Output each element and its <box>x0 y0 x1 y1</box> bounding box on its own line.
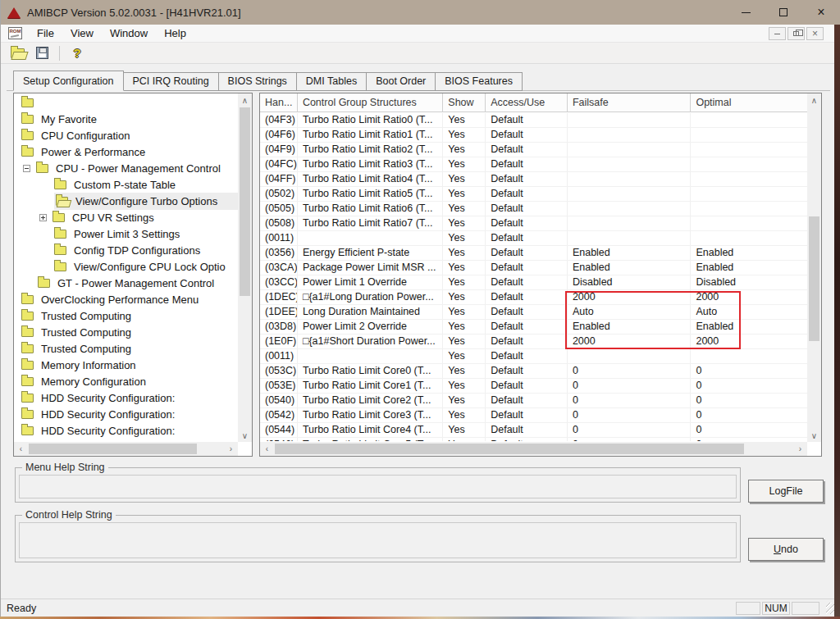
table-row[interactable]: (04F9)Turbo Ratio Limit Ratio2 (T...YesD… <box>260 143 807 157</box>
tree-item-my-favorite[interactable]: My Favorite <box>14 111 238 127</box>
column-header-optimal[interactable]: Optimal <box>691 93 807 112</box>
tree-item-trusted-computing-1[interactable]: Trusted Computing <box>14 307 238 324</box>
table-hscroll-thumb[interactable] <box>275 444 744 454</box>
tree-item-hdd-security-2[interactable]: HDD Security Configuration: <box>14 406 238 422</box>
table-row[interactable]: (04F3)Turbo Ratio Limit Ratio0 (T...YesD… <box>260 113 807 128</box>
tab-setup-configuration[interactable]: Setup Configuration <box>13 71 124 91</box>
save-file-button[interactable] <box>33 45 51 61</box>
cell-access: Default <box>486 187 568 201</box>
tree-vertical-scrollbar[interactable]: ∧ ∨ <box>238 93 252 442</box>
menu-file[interactable]: File <box>29 25 62 41</box>
tree-item-hdd-security-3[interactable]: HDD Security Configuration: <box>14 422 238 439</box>
table-row[interactable]: (03CC)Power Limit 1 OverrideYesDefaultDi… <box>260 275 807 290</box>
tree-vscroll-thumb[interactable] <box>240 107 250 296</box>
cell-access: Default <box>486 246 568 260</box>
folder-icon <box>21 115 34 124</box>
menu-window[interactable]: Window <box>102 25 156 41</box>
save-floppy-icon <box>36 47 48 59</box>
table-row[interactable]: (0540)Turbo Ratio Limit Core2 (T...YesDe… <box>260 394 807 408</box>
table-row[interactable]: (0011)YesDefault <box>260 231 807 246</box>
tree-item-gt-power-management[interactable]: GT - Power Management Control <box>14 275 238 291</box>
tree-item-cpu-power-management[interactable]: CPU - Power Management Control <box>14 160 238 176</box>
table-header: Han... Control Group Structures Show Acc… <box>260 93 807 112</box>
folder-icon <box>21 377 34 386</box>
table-row[interactable]: (04FF)Turbo Ratio Limit Ratio4 (T...YesD… <box>260 172 807 187</box>
folder-icon <box>54 230 66 239</box>
table-row[interactable]: (0544)Turbo Ratio Limit Core4 (T...YesDe… <box>260 423 807 438</box>
tab-pci-irq-routing[interactable]: PCI IRQ Routing <box>124 72 219 91</box>
table-row[interactable]: (04F6)Turbo Ratio Limit Ratio1 (T...YesD… <box>260 128 807 143</box>
table-row[interactable]: (0546)Turbo Ratio Limit Core5 (T...YesDe… <box>260 438 807 441</box>
table-vscroll-thumb[interactable] <box>809 216 819 341</box>
open-file-button[interactable] <box>8 45 26 61</box>
table-row[interactable]: (1DEE)Long Duration MaintainedYesDefault… <box>260 305 807 320</box>
tree-item-custom-pstate-table[interactable]: Custom P-state Table <box>14 176 238 193</box>
scroll-down-icon[interactable]: ∨ <box>807 429 821 442</box>
tab-dmi-tables[interactable]: DMI Tables <box>297 72 367 91</box>
scroll-right-icon[interactable]: › <box>793 442 807 456</box>
minimize-button[interactable] <box>727 0 765 25</box>
close-button[interactable]: × <box>802 0 840 25</box>
table-row[interactable]: (0502)Turbo Ratio Limit Ratio5 (T...YesD… <box>260 187 807 202</box>
mdi-close-button[interactable]: × <box>806 27 824 40</box>
tree-item-config-tdp-configurations[interactable]: Config TDP Configurations <box>14 242 238 258</box>
tree-item-memory-configuration[interactable]: Memory Configuration <box>14 373 238 389</box>
column-header-handle[interactable]: Han... <box>260 93 298 112</box>
tree-item-trusted-computing-2[interactable]: Trusted Computing <box>14 324 238 340</box>
logfile-button[interactable]: LogFile <box>748 480 824 503</box>
expander-minus-icon[interactable] <box>23 165 30 172</box>
undo-button[interactable]: Undo <box>748 538 824 561</box>
cell-handle: (0508) <box>260 216 298 230</box>
tree-item-power-limit-3-settings[interactable]: Power Limit 3 Settings <box>14 225 238 242</box>
column-header-control-group[interactable]: Control Group Structures <box>298 93 443 112</box>
table-row[interactable]: (053C)Turbo Ratio Limit Core0 (T...YesDe… <box>260 364 807 379</box>
tab-bios-features[interactable]: BIOS Features <box>436 72 523 91</box>
table-row[interactable]: (0011)YesDefault <box>260 349 807 364</box>
table-row[interactable]: (03D8)Power Limit 2 OverrideYesDefaultEn… <box>260 320 807 335</box>
tree-horizontal-scrollbar[interactable]: ‹ › <box>14 442 238 456</box>
scroll-left-icon[interactable]: ‹ <box>260 442 274 456</box>
tree-item-cpu-vr-settings[interactable]: CPU VR Settings <box>14 209 238 225</box>
menu-view[interactable]: View <box>62 25 102 41</box>
tree-item-memory-information[interactable]: Memory Information <box>14 357 238 373</box>
tree-item-root[interactable] <box>14 94 238 111</box>
menu-help[interactable]: Help <box>156 25 194 41</box>
mdi-restore-button[interactable] <box>788 27 805 40</box>
table-row[interactable]: (0542)Turbo Ratio Limit Core3 (T...YesDe… <box>260 408 807 423</box>
table-row[interactable]: (03CA)Package Power Limit MSR ...YesDefa… <box>260 261 807 275</box>
tree-hscroll-thumb[interactable] <box>29 444 197 454</box>
cell-access: Default <box>486 290 568 304</box>
mdi-minimize-button[interactable] <box>769 27 786 40</box>
table-row[interactable]: (053E)Turbo Ratio Limit Core1 (T...YesDe… <box>260 379 807 394</box>
table-row[interactable]: (0505)Turbo Ratio Limit Ratio6 (T...YesD… <box>260 202 807 216</box>
tree-item-cpu-configuration[interactable]: CPU Configuration <box>14 127 238 143</box>
scroll-right-icon[interactable]: › <box>224 442 238 456</box>
tree-item-view-configure-cpu-lock[interactable]: View/Configure CPU Lock Optio <box>14 258 238 275</box>
table-vertical-scrollbar[interactable]: ∧ ∨ <box>807 93 821 442</box>
scroll-left-icon[interactable]: ‹ <box>14 442 28 456</box>
tab-bios-strings[interactable]: BIOS Strings <box>219 72 297 91</box>
table-row[interactable]: (04FC)Turbo Ratio Limit Ratio3 (T...YesD… <box>260 157 807 172</box>
table-horizontal-scrollbar[interactable]: ‹ › <box>260 442 807 456</box>
cell-name: Turbo Ratio Limit Core1 (T... <box>298 379 443 393</box>
tree-item-power-performance[interactable]: Power & Performance <box>14 143 238 160</box>
cell-failsafe: 0 <box>568 438 692 441</box>
table-row[interactable]: (0356)Energy Efficient P-stateYesDefault… <box>260 246 807 261</box>
expander-plus-icon[interactable] <box>39 214 47 221</box>
column-header-failsafe[interactable]: Failsafe <box>568 93 692 112</box>
column-header-access-use[interactable]: Access/Use <box>486 93 568 112</box>
scroll-up-icon[interactable]: ∧ <box>807 93 821 107</box>
scroll-down-icon[interactable]: ∨ <box>238 429 252 442</box>
table-row[interactable]: (1E0F)□{a1#Short Duration Power...YesDef… <box>260 335 807 349</box>
table-row[interactable]: (1DEC)□{a1#Long Duration Power...YesDefa… <box>260 290 807 305</box>
tree-item-hdd-security-1[interactable]: HDD Security Configuration: <box>14 389 238 406</box>
maximize-button[interactable] <box>765 0 802 25</box>
help-button[interactable]: ? <box>68 45 86 61</box>
tab-boot-order[interactable]: Boot Order <box>367 72 436 91</box>
table-row[interactable]: (0508)Turbo Ratio Limit Ratio7 (T...YesD… <box>260 216 807 231</box>
tree-item-overclocking-performance[interactable]: OverClocking Performance Menu <box>14 291 238 307</box>
tree-item-view-configure-turbo-options[interactable]: View/Configure Turbo Options <box>14 193 238 209</box>
tree-item-trusted-computing-3[interactable]: Trusted Computing <box>14 340 238 357</box>
scroll-up-icon[interactable]: ∧ <box>238 93 252 107</box>
column-header-show[interactable]: Show <box>443 93 486 112</box>
